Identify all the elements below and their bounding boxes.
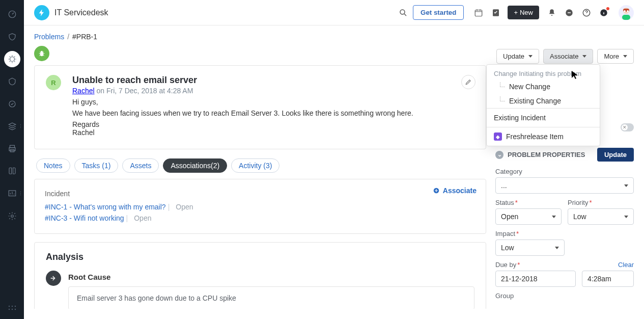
category-select[interactable]: ... xyxy=(495,177,634,194)
breadcrumb-root[interactable]: Problems xyxy=(34,33,64,41)
edit-button[interactable] xyxy=(461,75,475,89)
svg-rect-3 xyxy=(10,145,14,148)
tab-associations[interactable]: Associations(2) xyxy=(163,158,227,173)
caret-down-icon xyxy=(582,55,586,58)
plus-icon: + xyxy=(514,9,518,16)
due-time-input[interactable]: 4:28am xyxy=(582,271,634,287)
body-line: Hi guys, xyxy=(72,98,459,106)
due-date-input[interactable]: 21-12-2018 xyxy=(495,271,576,287)
get-started-button[interactable]: Get started xyxy=(413,5,464,20)
svg-point-13 xyxy=(14,309,15,310)
rail-problem-icon[interactable] xyxy=(4,51,20,67)
svg-point-12 xyxy=(11,309,12,310)
svg-rect-15 xyxy=(475,10,483,16)
tab-assets[interactable]: Assets xyxy=(122,158,159,173)
properties-header[interactable]: ⌄PROBLEM PROPERTIESUpdate xyxy=(495,148,634,162)
assoc-row: #INC-1 - What's wrong with my email?|Ope… xyxy=(45,203,475,211)
left-column: R Unable to reach email server Rachel on… xyxy=(34,61,486,309)
rail-report-icon[interactable]: ⋮ xyxy=(4,185,20,202)
dropdown-freshrelease[interactable]: ◆Freshrelease Item xyxy=(487,127,600,146)
associate-label: Associate xyxy=(550,52,578,60)
help-icon[interactable] xyxy=(582,8,591,17)
associate-dropdown-button[interactable]: Associate xyxy=(543,49,593,64)
new-button[interactable]: +New xyxy=(508,6,539,19)
chevron-down-icon: ⌄ xyxy=(495,151,503,159)
requester-name[interactable]: Rachel xyxy=(72,87,95,95)
tab-activity[interactable]: Activity (3) xyxy=(231,158,279,173)
rail-settings-icon[interactable] xyxy=(4,208,20,224)
caret-down-icon xyxy=(623,55,627,58)
rail-ticket-icon[interactable] xyxy=(4,29,20,45)
requested-on: on Fri, 7 Dec, 2018 at 4:28 AM xyxy=(95,87,193,95)
priority-value: Low xyxy=(573,212,586,221)
impact-select[interactable]: Low xyxy=(495,240,565,256)
todo-icon[interactable] xyxy=(491,8,500,17)
problem-bug-icon xyxy=(34,46,49,61)
app-rail: ⋮ ⋮ xyxy=(0,0,24,319)
assoc-status: Open xyxy=(134,214,151,222)
info-icon[interactable] xyxy=(599,8,608,17)
svg-rect-23 xyxy=(622,15,630,20)
dueby-label: Due by xyxy=(495,261,516,269)
dropdown-existing-incident[interactable]: Existing Incident xyxy=(487,109,600,127)
category-value: ... xyxy=(501,181,507,190)
new-label: New xyxy=(520,9,533,16)
associations-card: Associate Incident #INC-1 - What's wrong… xyxy=(34,179,486,234)
more-dropdown-button[interactable]: More xyxy=(597,49,634,64)
dropdown-existing-change[interactable]: Existing Change xyxy=(487,94,600,108)
topbar: IT Servicedesk Get started +New xyxy=(24,0,644,25)
action-row: Update Associate More xyxy=(496,49,634,64)
search-icon[interactable] xyxy=(399,8,408,17)
chat-icon[interactable] xyxy=(565,8,574,17)
tab-notes[interactable]: Notes xyxy=(36,158,70,173)
assoc-link[interactable]: #INC-1 - What's wrong with my email? xyxy=(45,203,166,211)
caret-down-icon xyxy=(624,216,628,218)
priority-select[interactable]: Low xyxy=(568,208,634,225)
svg-point-25 xyxy=(627,10,629,12)
due-date-value: 21-12-2018 xyxy=(501,275,538,283)
associate-inline-button[interactable]: Associate xyxy=(433,187,477,195)
dots-icon: ⋮ xyxy=(18,193,21,194)
breadcrumb-current: #PRB-1 xyxy=(72,33,97,41)
tree-branch-icon xyxy=(500,82,505,87)
app-main: IT Servicedesk Get started +New Problems… xyxy=(24,0,644,319)
bell-icon[interactable] xyxy=(547,8,556,17)
category-label: Category xyxy=(495,168,634,175)
ticket-title: Unable to reach email server xyxy=(72,75,459,86)
calendar-icon[interactable] xyxy=(474,8,483,17)
caret-down-icon xyxy=(552,216,556,218)
svg-point-24 xyxy=(624,10,626,12)
status-value: Open xyxy=(501,212,518,221)
rail-dashboard-icon[interactable] xyxy=(4,6,20,22)
associate-dropdown-menu: Change Initiating this problem New Chang… xyxy=(486,64,600,146)
due-time-value: 4:28am xyxy=(587,275,611,283)
dropdown-item-label: Freshrelease Item xyxy=(506,132,564,141)
properties-update-button[interactable]: Update xyxy=(597,148,634,162)
tab-tasks[interactable]: Tasks (1) xyxy=(74,158,119,173)
rail-asset-icon[interactable]: ⋮ xyxy=(4,118,20,135)
rail-change-icon[interactable] xyxy=(4,73,20,90)
rail-release-icon[interactable] xyxy=(4,96,20,112)
dropdown-new-change[interactable]: New Change xyxy=(487,79,600,94)
dropdown-item-label: New Change xyxy=(509,83,550,91)
svg-point-11 xyxy=(8,309,9,310)
close-icon: ✕ xyxy=(622,124,628,130)
analysis-title: Analysis xyxy=(46,252,474,262)
rail-kb-icon[interactable] xyxy=(4,163,20,179)
assoc-row: #INC-3 - Wifi not working|Open xyxy=(45,214,475,222)
caret-down-icon xyxy=(528,55,533,58)
avatar[interactable] xyxy=(619,5,634,20)
svg-point-7 xyxy=(11,215,13,218)
status-select[interactable]: Open xyxy=(495,208,562,225)
clear-link[interactable]: Clear xyxy=(618,261,634,269)
description-card: R Unable to reach email server Rachel on… xyxy=(34,65,486,149)
body-line: Regards xyxy=(72,120,459,128)
impact-value: Low xyxy=(501,244,514,252)
root-cause-label: Root Cause xyxy=(68,273,474,281)
rail-print-icon[interactable] xyxy=(4,141,20,157)
panel-toggle[interactable]: ✕ xyxy=(621,123,634,131)
assoc-link[interactable]: #INC-3 - Wifi not working xyxy=(45,214,124,222)
freshrelease-icon: ◆ xyxy=(494,132,502,141)
update-dropdown-button[interactable]: Update xyxy=(496,49,539,64)
rail-grip-icon[interactable] xyxy=(4,300,20,316)
